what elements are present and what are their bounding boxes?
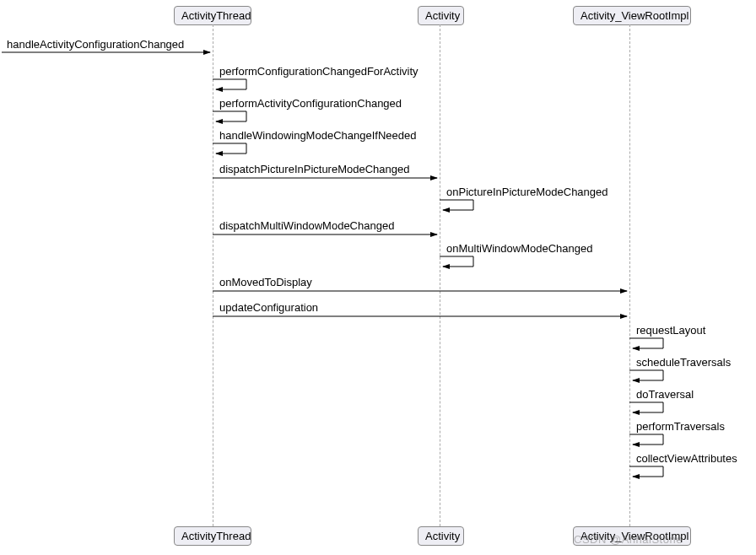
svg-text:requestLayout: requestLayout [636,324,706,337]
msg-onMovedToDisplay: onMovedToDisplay [213,276,627,291]
svg-text:updateConfiguration: updateConfiguration [219,301,318,314]
svg-text:dispatchMultiWindowModeChanged: dispatchMultiWindowModeChanged [219,219,394,232]
svg-text:performConfigurationChangedFor: performConfigurationChangedForActivity [219,65,418,78]
svg-text:collectViewAttributes: collectViewAttributes [636,452,737,465]
msg-collectViewAttributes: collectViewAttributes [629,452,737,477]
msg-onPictureInPictureModeChanged: onPictureInPictureModeChanged [440,186,608,210]
svg-text:handleActivityConfigurationCha: handleActivityConfigurationChanged [7,38,184,51]
lifeline-activity [440,24,440,526]
msg-handleWindowingModeChangeIfNeeded: handleWindowingModeChangeIfNeeded [213,129,416,154]
svg-text:onMovedToDisplay: onMovedToDisplay [219,276,312,288]
lifeline-viewrootimpl [629,24,630,526]
msg-requestLayout: requestLayout [629,324,706,348]
msg-scheduleTraversals: scheduleTraversals [629,356,732,380]
msg-doTraversal: doTraversal [629,388,694,412]
participant-viewrootimpl-top: Activity_ViewRootImpl [573,6,691,25]
participant-activitythread-bottom: ActivityThread [174,526,251,546]
msg-dispatchMultiWindowModeChanged: dispatchMultiWindowModeChanged [213,219,437,234]
participant-activity-bottom: Activity [418,526,464,546]
msg-performTraversals: performTraversals [629,420,725,445]
svg-text:doTraversal: doTraversal [636,388,694,401]
msg-onMultiWindowModeChanged: onMultiWindowModeChanged [440,242,592,267]
msg-updateConfiguration: updateConfiguration [213,301,627,316]
msg-performConfigurationChangedForActivity: performConfigurationChangedForActivity [213,65,418,89]
svg-text:performTraversals: performTraversals [636,420,725,433]
msg-performActivityConfigurationChanged: performActivityConfigurationChanged [213,97,402,121]
msg-dispatchPictureInPictureModeChanged: dispatchPictureInPictureModeChanged [213,163,437,178]
lifeline-activitythread [213,24,213,526]
svg-text:dispatchPictureInPictureModeCh: dispatchPictureInPictureModeChanged [219,163,409,175]
svg-text:onMultiWindowModeChanged: onMultiWindowModeChanged [446,242,592,255]
svg-text:handleWindowingModeChangeIfNee: handleWindowingModeChangeIfNeeded [219,129,416,142]
msg-handleActivityConfigurationChanged: handleActivityConfigurationChanged [2,38,210,52]
svg-text:onPictureInPictureModeChanged: onPictureInPictureModeChanged [446,186,608,198]
svg-text:performActivityConfigurationCh: performActivityConfigurationChanged [219,97,402,110]
participant-activitythread-top: ActivityThread [174,6,251,25]
participant-activity-top: Activity [418,6,464,25]
watermark: CSDN @AnnalStone [574,533,683,546]
svg-text:scheduleTraversals: scheduleTraversals [636,356,732,369]
sequence-arrows: handleActivityConfigurationChanged perfo… [0,0,756,555]
